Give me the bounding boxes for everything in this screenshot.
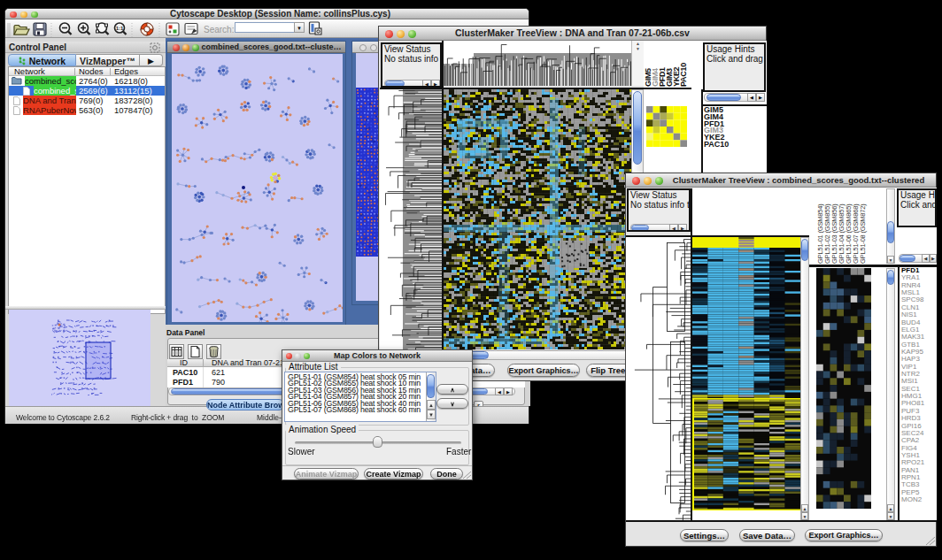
svg-text:Search:: Search: <box>204 25 234 35</box>
svg-text:1:1: 1:1 <box>116 26 124 31</box>
